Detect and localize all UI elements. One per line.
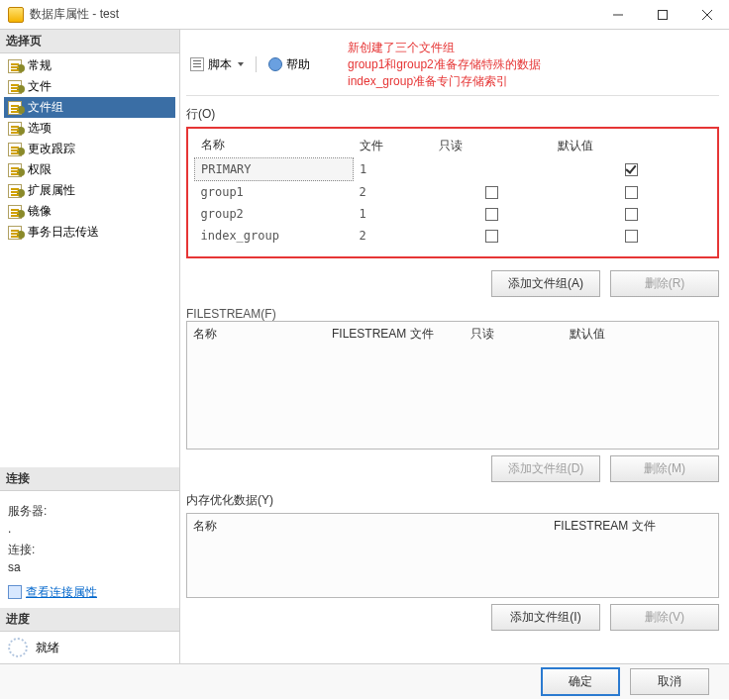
chevron-down-icon (238, 62, 244, 66)
default-checkbox[interactable] (625, 186, 638, 199)
default-checkbox[interactable] (625, 208, 638, 221)
mem-group-label: 内存优化数据(Y) (186, 492, 719, 509)
rows-highlight-box: 名称 文件 只读 默认值 PRIMARY1group12group21index… (186, 127, 719, 258)
cell-default (552, 225, 712, 247)
table-row[interactable]: index_group2 (195, 225, 712, 247)
cell-files: 1 (354, 158, 433, 181)
delete-v-button[interactable]: 删除(V) (610, 604, 719, 631)
sidebar-item-3[interactable]: 选项 (4, 118, 175, 139)
view-connection-label: 查看连接属性 (26, 584, 97, 601)
delete-r-button[interactable]: 删除(R) (610, 270, 719, 297)
add-filegroup-i-button[interactable]: 添加文件组(I) (491, 604, 600, 631)
sidebar-item-7[interactable]: 镜像 (4, 201, 175, 222)
sidebar-item-6[interactable]: 扩展属性 (4, 180, 175, 201)
main-panel: 脚本 帮助 新创建了三个文件组 group1和group2准备存储特殊的数据 i… (180, 30, 729, 663)
fs-col-default: 默认值 (570, 326, 605, 343)
table-row[interactable]: group12 (195, 181, 712, 204)
page-icon (8, 205, 22, 219)
readonly-checkbox[interactable] (485, 230, 498, 243)
connection-panel: 服务器: . 连接: sa 查看连接属性 (0, 491, 179, 609)
cell-name: group1 (195, 181, 354, 204)
cancel-button[interactable]: 取消 (630, 668, 709, 695)
help-label: 帮助 (286, 56, 310, 73)
cell-name: group2 (195, 203, 354, 225)
cell-default (552, 158, 712, 181)
script-icon (190, 57, 204, 71)
annotation-line3: index_group准备专门存储索引 (348, 73, 541, 90)
add-filegroup-a-button[interactable]: 添加文件组(A) (491, 270, 600, 297)
sidebar-item-label: 常规 (28, 57, 52, 74)
ok-button[interactable]: 确定 (541, 667, 620, 696)
maximize-button[interactable] (640, 0, 684, 30)
cell-files: 2 (354, 181, 433, 204)
cell-readonly (433, 203, 552, 225)
page-icon (8, 80, 22, 94)
sidebar-item-label: 文件 (28, 78, 52, 95)
sidebar-item-label: 文件组 (28, 99, 63, 116)
filegroup-table[interactable]: 名称 文件 只读 默认值 PRIMARY1group12group21index… (194, 133, 711, 247)
cell-files: 2 (354, 225, 433, 247)
connection-header: 连接 (0, 467, 179, 491)
close-button[interactable] (684, 0, 729, 30)
conn-label: 连接: (8, 542, 171, 558)
sidebar-item-2[interactable]: 文件组 (4, 97, 175, 118)
cell-readonly (433, 158, 552, 181)
rows-group-label: 行(O) (186, 106, 719, 123)
connection-icon (8, 585, 22, 599)
cell-default (552, 181, 712, 204)
page-icon (8, 101, 22, 115)
table-row[interactable]: PRIMARY1 (195, 158, 712, 181)
sidebar-item-label: 扩展属性 (28, 182, 75, 199)
spinner-icon (8, 638, 28, 657)
titlebar: 数据库属性 - test (0, 0, 729, 30)
progress-status: 就绪 (36, 640, 59, 656)
conn-value: sa (8, 560, 171, 574)
cell-readonly (433, 225, 552, 247)
fs-col-files: FILESTREAM 文件 (332, 326, 470, 343)
sidebar-item-4[interactable]: 更改跟踪 (4, 139, 175, 159)
page-icon (8, 163, 22, 177)
toolbar: 脚本 帮助 新创建了三个文件组 group1和group2准备存储特殊的数据 i… (186, 36, 719, 96)
filestream-group-label: FILESTREAM(F) (186, 307, 719, 321)
mem-col-name: 名称 (193, 518, 554, 535)
page-icon (8, 143, 22, 156)
default-checkbox[interactable] (625, 163, 638, 176)
readonly-checkbox[interactable] (485, 208, 498, 221)
sidebar-item-0[interactable]: 常规 (4, 55, 175, 76)
delete-m-button[interactable]: 删除(M) (610, 455, 719, 482)
view-connection-link[interactable]: 查看连接属性 (8, 584, 97, 601)
sidebar-item-label: 事务日志传送 (28, 224, 99, 241)
annotation: 新创建了三个文件组 group1和group2准备存储特殊的数据 index_g… (348, 40, 541, 89)
add-filegroup-d-button[interactable]: 添加文件组(D) (491, 455, 600, 482)
annotation-line2: group1和group2准备存储特殊的数据 (348, 56, 541, 73)
table-row[interactable]: group21 (195, 203, 712, 225)
minimize-button[interactable] (595, 0, 640, 30)
filestream-table[interactable]: 名称 FILESTREAM 文件 只读 默认值 (186, 321, 719, 450)
page-icon (8, 226, 22, 240)
sidebar-item-5[interactable]: 权限 (4, 159, 175, 180)
cell-default (552, 203, 712, 225)
script-button[interactable]: 脚本 (186, 54, 248, 75)
sidebar-item-1[interactable]: 文件 (4, 76, 175, 97)
select-page-header: 选择页 (0, 30, 179, 53)
default-checkbox[interactable] (625, 230, 638, 243)
window-title: 数据库属性 - test (30, 6, 595, 23)
col-files: 文件 (354, 133, 433, 158)
mem-table[interactable]: 名称 FILESTREAM 文件 (186, 513, 719, 598)
sidebar-item-8[interactable]: 事务日志传送 (4, 222, 175, 243)
cell-name: index_group (195, 225, 354, 247)
col-default: 默认值 (552, 133, 712, 158)
fs-col-name: 名称 (193, 326, 332, 343)
nav-list: 常规文件文件组选项更改跟踪权限扩展属性镜像事务日志传送 (0, 53, 179, 245)
sidebar: 选择页 常规文件文件组选项更改跟踪权限扩展属性镜像事务日志传送 连接 服务器: … (0, 30, 180, 663)
help-button[interactable]: 帮助 (264, 54, 314, 75)
sidebar-item-label: 更改跟踪 (28, 141, 75, 157)
progress-panel: 就绪 (0, 632, 179, 663)
page-icon (8, 59, 22, 73)
col-readonly: 只读 (433, 133, 552, 158)
readonly-checkbox[interactable] (485, 186, 498, 199)
server-value: . (8, 522, 171, 536)
separator (256, 56, 257, 72)
fs-col-readonly: 只读 (470, 326, 570, 343)
col-name: 名称 (195, 133, 354, 158)
